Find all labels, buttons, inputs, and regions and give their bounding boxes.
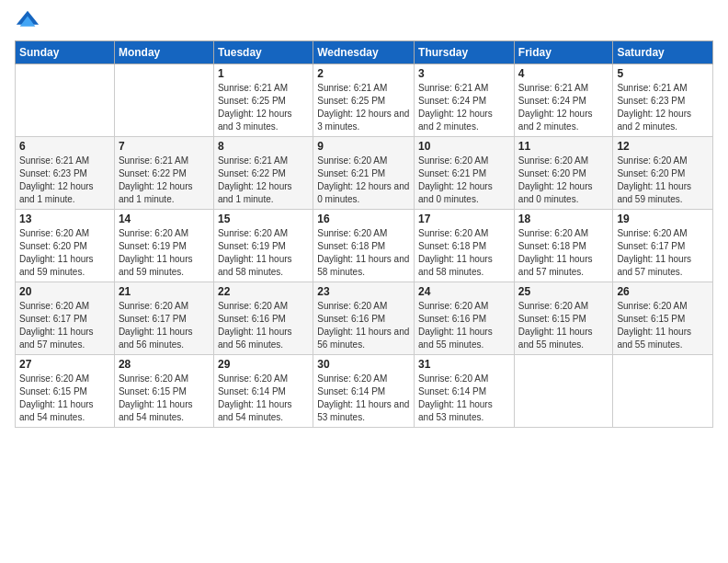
day-info: Sunrise: 6:20 AM Sunset: 6:15 PM Dayligh… [19,373,110,424]
calendar-cell: 30Sunrise: 6:20 AM Sunset: 6:14 PM Dayli… [313,355,415,428]
day-info: Sunrise: 6:20 AM Sunset: 6:21 PM Dayligh… [418,155,510,206]
day-info: Sunrise: 6:20 AM Sunset: 6:17 PM Dayligh… [19,300,110,351]
calendar-week-row: 20Sunrise: 6:20 AM Sunset: 6:17 PM Dayli… [16,282,713,355]
day-info: Sunrise: 6:20 AM Sunset: 6:20 PM Dayligh… [617,155,709,206]
logo [15,9,44,35]
calendar-cell: 13Sunrise: 6:20 AM Sunset: 6:20 PM Dayli… [16,210,115,282]
page: SundayMondayTuesdayWednesdayThursdayFrid… [0,0,728,563]
day-info: Sunrise: 6:20 AM Sunset: 6:20 PM Dayligh… [19,227,110,279]
day-info: Sunrise: 6:21 AM Sunset: 6:23 PM Dayligh… [617,82,709,133]
calendar-cell: 20Sunrise: 6:20 AM Sunset: 6:17 PM Dayli… [16,282,115,355]
day-info: Sunrise: 6:20 AM Sunset: 6:18 PM Dayligh… [317,227,410,279]
calendar-cell: 31Sunrise: 6:20 AM Sunset: 6:14 PM Dayli… [415,355,515,428]
calendar-cell [613,355,713,428]
day-number: 16 [317,213,410,225]
day-number: 13 [19,213,110,225]
calendar-cell: 16Sunrise: 6:20 AM Sunset: 6:18 PM Dayli… [313,210,415,282]
logo-icon [15,9,40,35]
calendar-week-row: 27Sunrise: 6:20 AM Sunset: 6:15 PM Dayli… [16,355,713,428]
calendar-cell: 27Sunrise: 6:20 AM Sunset: 6:15 PM Dayli… [16,355,115,428]
calendar-cell: 11Sunrise: 6:20 AM Sunset: 6:20 PM Dayli… [514,137,613,210]
day-of-week-header: Monday [114,41,213,64]
day-info: Sunrise: 6:21 AM Sunset: 6:25 PM Dayligh… [218,82,309,133]
calendar-cell: 15Sunrise: 6:20 AM Sunset: 6:19 PM Dayli… [213,210,313,282]
day-number: 23 [317,285,410,298]
day-info: Sunrise: 6:20 AM Sunset: 6:17 PM Dayligh… [119,300,210,351]
day-number: 11 [518,140,609,153]
calendar-cell: 26Sunrise: 6:20 AM Sunset: 6:15 PM Dayli… [613,282,713,355]
calendar-cell: 22Sunrise: 6:20 AM Sunset: 6:16 PM Dayli… [213,282,313,355]
day-info: Sunrise: 6:20 AM Sunset: 6:18 PM Dayligh… [518,227,609,279]
calendar-cell: 8Sunrise: 6:21 AM Sunset: 6:22 PM Daylig… [213,137,313,210]
day-number: 3 [418,67,510,80]
day-number: 8 [218,140,309,153]
calendar-week-row: 6Sunrise: 6:21 AM Sunset: 6:23 PM Daylig… [16,137,713,210]
calendar-cell: 19Sunrise: 6:20 AM Sunset: 6:17 PM Dayli… [613,210,713,282]
header [15,9,713,35]
day-number: 5 [617,67,709,80]
day-number: 17 [418,213,510,225]
day-number: 15 [218,213,309,225]
calendar-cell: 12Sunrise: 6:20 AM Sunset: 6:20 PM Dayli… [613,137,713,210]
day-info: Sunrise: 6:20 AM Sunset: 6:19 PM Dayligh… [218,227,309,279]
day-info: Sunrise: 6:21 AM Sunset: 6:24 PM Dayligh… [418,82,510,133]
day-of-week-header: Friday [514,41,613,64]
day-of-week-header: Tuesday [213,41,313,64]
calendar-cell: 28Sunrise: 6:20 AM Sunset: 6:15 PM Dayli… [114,355,213,428]
calendar-cell [114,64,213,137]
day-info: Sunrise: 6:20 AM Sunset: 6:17 PM Dayligh… [617,227,709,279]
day-number: 31 [418,358,510,371]
day-info: Sunrise: 6:20 AM Sunset: 6:15 PM Dayligh… [617,300,709,351]
day-info: Sunrise: 6:20 AM Sunset: 6:19 PM Dayligh… [119,227,210,279]
day-number: 6 [19,140,110,153]
day-number: 28 [119,358,210,371]
day-info: Sunrise: 6:20 AM Sunset: 6:20 PM Dayligh… [518,155,609,206]
day-number: 25 [518,285,609,298]
day-info: Sunrise: 6:21 AM Sunset: 6:23 PM Dayligh… [19,155,110,206]
calendar-cell: 14Sunrise: 6:20 AM Sunset: 6:19 PM Dayli… [114,210,213,282]
calendar-cell: 3Sunrise: 6:21 AM Sunset: 6:24 PM Daylig… [415,64,515,137]
day-of-week-header: Wednesday [313,41,415,64]
day-of-week-header: Sunday [16,41,115,64]
day-number: 4 [518,67,609,80]
day-info: Sunrise: 6:21 AM Sunset: 6:24 PM Dayligh… [518,82,609,133]
day-info: Sunrise: 6:20 AM Sunset: 6:15 PM Dayligh… [119,373,210,424]
day-number: 2 [317,67,410,80]
day-number: 21 [119,285,210,298]
calendar-week-row: 13Sunrise: 6:20 AM Sunset: 6:20 PM Dayli… [16,210,713,282]
day-number: 22 [218,285,309,298]
day-info: Sunrise: 6:20 AM Sunset: 6:16 PM Dayligh… [418,300,510,351]
calendar-cell: 2Sunrise: 6:21 AM Sunset: 6:25 PM Daylig… [313,64,415,137]
calendar-cell: 23Sunrise: 6:20 AM Sunset: 6:16 PM Dayli… [313,282,415,355]
calendar-cell: 5Sunrise: 6:21 AM Sunset: 6:23 PM Daylig… [613,64,713,137]
calendar-table: SundayMondayTuesdayWednesdayThursdayFrid… [15,40,713,428]
calendar-cell: 9Sunrise: 6:20 AM Sunset: 6:21 PM Daylig… [313,137,415,210]
calendar-cell [514,355,613,428]
day-info: Sunrise: 6:20 AM Sunset: 6:16 PM Dayligh… [218,300,309,351]
day-number: 18 [518,213,609,225]
day-info: Sunrise: 6:20 AM Sunset: 6:21 PM Dayligh… [317,155,410,206]
day-info: Sunrise: 6:20 AM Sunset: 6:16 PM Dayligh… [317,300,410,351]
calendar-cell: 29Sunrise: 6:20 AM Sunset: 6:14 PM Dayli… [213,355,313,428]
day-number: 24 [418,285,510,298]
day-number: 1 [218,67,309,80]
day-info: Sunrise: 6:20 AM Sunset: 6:15 PM Dayligh… [518,300,609,351]
day-number: 10 [418,140,510,153]
day-number: 7 [119,140,210,153]
day-number: 30 [317,358,410,371]
calendar-cell: 25Sunrise: 6:20 AM Sunset: 6:15 PM Dayli… [514,282,613,355]
calendar-cell: 18Sunrise: 6:20 AM Sunset: 6:18 PM Dayli… [514,210,613,282]
day-info: Sunrise: 6:20 AM Sunset: 6:14 PM Dayligh… [418,373,510,424]
day-info: Sunrise: 6:20 AM Sunset: 6:14 PM Dayligh… [218,373,309,424]
day-number: 20 [19,285,110,298]
day-info: Sunrise: 6:21 AM Sunset: 6:25 PM Dayligh… [317,82,410,133]
day-info: Sunrise: 6:21 AM Sunset: 6:22 PM Dayligh… [218,155,309,206]
day-number: 29 [218,358,309,371]
calendar-cell: 24Sunrise: 6:20 AM Sunset: 6:16 PM Dayli… [415,282,515,355]
calendar-week-row: 1Sunrise: 6:21 AM Sunset: 6:25 PM Daylig… [16,64,713,137]
calendar-header-row: SundayMondayTuesdayWednesdayThursdayFrid… [16,41,713,64]
calendar-cell: 7Sunrise: 6:21 AM Sunset: 6:22 PM Daylig… [114,137,213,210]
day-number: 14 [119,213,210,225]
day-info: Sunrise: 6:21 AM Sunset: 6:22 PM Dayligh… [119,155,210,206]
day-number: 26 [617,285,709,298]
